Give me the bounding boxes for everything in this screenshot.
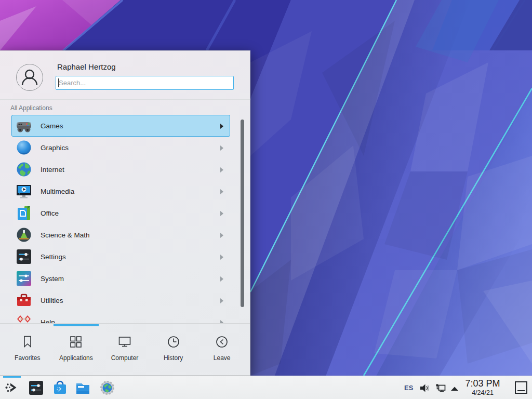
digital-clock[interactable]: 7:03 PM 4/24/21: [460, 378, 505, 397]
submenu-arrow-icon: [220, 124, 223, 129]
application-launcher-popup: Raphael Hertzog All Applications Games: [0, 50, 250, 376]
dolphin-folder-icon[interactable]: [75, 380, 91, 396]
help-icon: [16, 314, 32, 323]
sphere-icon: [16, 139, 32, 156]
text-caret: [58, 78, 59, 87]
keyboard-layout-indicator[interactable]: ES: [404, 384, 413, 392]
network-icon[interactable]: [435, 382, 446, 394]
settings-sliders-icon[interactable]: [28, 380, 44, 396]
category-label: Settings: [41, 253, 66, 261]
category-label: Science & Math: [41, 231, 90, 239]
launcher-tabbar: Favorites Applications Computer: [3, 331, 246, 368]
header-divider: [0, 99, 250, 100]
volume-icon[interactable]: [419, 382, 430, 394]
taskbar: ES 7:03 PM 4/24/21: [0, 376, 532, 399]
submenu-arrow-icon: [220, 298, 223, 303]
category-label: Games: [41, 122, 63, 130]
gamepad-icon: [16, 117, 32, 134]
desktop: Raphael Hertzog All Applications Games: [0, 0, 532, 399]
category-system[interactable]: System: [11, 268, 230, 289]
submenu-arrow-icon: [220, 145, 223, 151]
active-tab-indicator: [54, 324, 99, 326]
user-icon: [17, 64, 43, 90]
bookmark-icon: [20, 335, 35, 349]
flask-icon: [16, 227, 32, 243]
submenu-arrow-icon: [220, 233, 223, 238]
tab-label: History: [164, 354, 183, 362]
launcher-active-indicator: [3, 376, 21, 378]
show-desktop-button[interactable]: [515, 381, 527, 394]
leave-icon: [215, 335, 229, 349]
clock-date: 4/24/21: [460, 389, 505, 397]
user-avatar[interactable]: [16, 64, 43, 91]
category-list: Games Graphics: [0, 114, 250, 323]
tab-computer[interactable]: Computer: [100, 331, 149, 368]
category-multimedia[interactable]: Multimedia: [11, 180, 230, 202]
expand-tray-icon[interactable]: [449, 383, 460, 395]
toolbox-icon: [16, 292, 32, 309]
clock-time: 7:03 PM: [460, 378, 505, 389]
category-settings[interactable]: Settings: [11, 246, 230, 268]
documents-icon: [16, 205, 32, 221]
category-science-math[interactable]: Science & Math: [11, 224, 230, 246]
submenu-arrow-icon: [220, 255, 223, 260]
show-desktop-glyph: [517, 390, 525, 391]
submenu-arrow-icon: [220, 276, 223, 282]
tab-leave[interactable]: Leave: [197, 331, 246, 368]
tab-favorites[interactable]: Favorites: [3, 331, 52, 368]
tab-label: Applications: [59, 354, 93, 362]
category-label: Help: [41, 318, 55, 324]
tab-label: Leave: [214, 354, 231, 362]
system-sliders-icon: [16, 270, 32, 287]
kickoff-icon[interactable]: [4, 380, 20, 396]
category-help[interactable]: Help: [11, 311, 230, 323]
scrollbar[interactable]: [241, 119, 244, 307]
tab-applications[interactable]: Applications: [52, 331, 101, 368]
tab-label: Favorites: [15, 354, 40, 362]
section-label: All Applications: [10, 104, 52, 112]
category-office[interactable]: Office: [11, 202, 230, 224]
category-label: Utilities: [41, 297, 63, 304]
submenu-arrow-icon: [220, 167, 223, 172]
submenu-arrow-icon: [220, 189, 223, 194]
konqueror-globe-icon[interactable]: [99, 380, 115, 396]
category-label: Graphics: [41, 144, 69, 152]
category-label: Multimedia: [41, 188, 74, 195]
monitor-play-icon: [16, 183, 32, 200]
tab-label: Computer: [111, 354, 139, 362]
app-grid-icon: [69, 335, 83, 349]
globe-icon: [16, 161, 32, 178]
tabbar-divider: [0, 323, 250, 324]
history-clock-icon: [166, 335, 181, 349]
discover-bag-icon[interactable]: [52, 380, 68, 396]
category-graphics[interactable]: Graphics: [11, 137, 230, 158]
search-input[interactable]: [56, 76, 234, 90]
category-internet[interactable]: Internet: [11, 158, 230, 180]
category-label: Office: [41, 209, 59, 217]
category-games[interactable]: Games: [11, 115, 230, 137]
category-utilities[interactable]: Utilities: [11, 289, 230, 311]
category-label: Internet: [41, 166, 64, 174]
computer-icon: [117, 335, 132, 349]
tab-history[interactable]: History: [149, 331, 198, 368]
submenu-arrow-icon: [220, 211, 223, 216]
user-name: Raphael Hertzog: [57, 62, 116, 71]
category-label: System: [41, 275, 64, 283]
sliders-icon: [16, 248, 32, 265]
